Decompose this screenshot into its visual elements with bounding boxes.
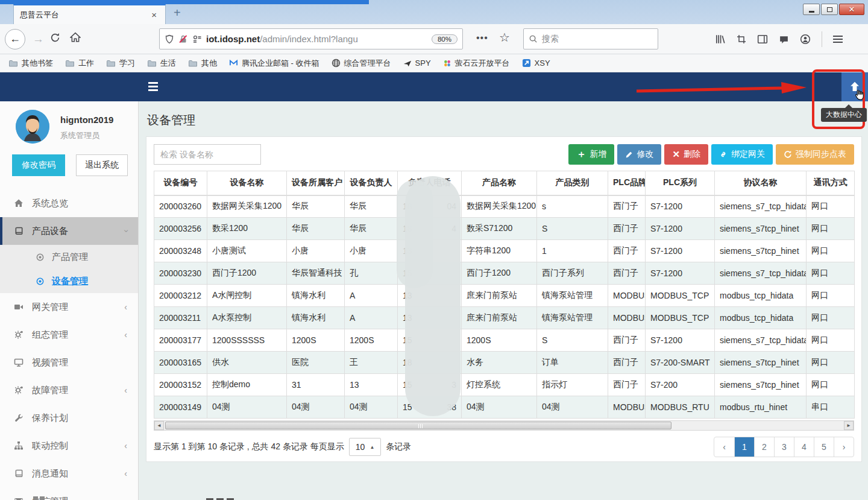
chevron-left-icon: ‹: [124, 330, 127, 340]
table-row[interactable]: 200003230西门子1200华辰智通科技孔 15 西门子1200西门子系列西…: [154, 262, 855, 285]
back-button[interactable]: ←: [5, 29, 25, 49]
bookmark-item[interactable]: 萤石云开放平台: [443, 58, 510, 69]
hscroll-right-arrow[interactable]: ►: [844, 421, 854, 430]
tab-close-icon[interactable]: ×: [149, 10, 159, 20]
sidebar-menu: 系统总览产品设备‹产品管理设备管理网关管理‹组态管理‹视频管理故障管理‹保养计划…: [0, 189, 138, 500]
hscroll-thumb[interactable]: [165, 422, 671, 429]
library-icon[interactable]: [715, 34, 726, 45]
sidebar-subitem-设备管理[interactable]: 设备管理: [0, 269, 138, 293]
hscroll-left-arrow[interactable]: ◄: [154, 421, 164, 430]
table-row[interactable]: 200003212A水闸控制镇海水利A 13 庶来门前泵站镇海泵站管理MODBU…: [154, 285, 855, 307]
change-password-button[interactable]: 修改密码: [12, 154, 65, 176]
sidebar-item-联动控制[interactable]: 联动控制‹: [0, 432, 138, 460]
sidebar-subitem-产品管理[interactable]: 产品管理: [0, 245, 138, 269]
zoom-level-badge[interactable]: 80%: [432, 34, 458, 44]
bookmark-item[interactable]: 工作: [65, 58, 94, 69]
sidebar-item-组态管理[interactable]: 组态管理‹: [0, 321, 138, 349]
sidebar-item-保养计划[interactable]: 保养计划: [0, 404, 138, 432]
column-header[interactable]: 协议名称: [715, 171, 807, 195]
table-row[interactable]: 200003152控制demo3113 153 灯控系统指示灯西门子S7-200…: [154, 374, 855, 396]
reload-button[interactable]: [50, 33, 60, 46]
绑定网关-button[interactable]: 绑定网关: [711, 144, 773, 165]
column-header[interactable]: 设备所属客户: [287, 171, 345, 195]
avatar[interactable]: [16, 110, 49, 144]
chevron-down-icon: ‹: [121, 230, 131, 233]
sidebar-item-视频管理[interactable]: 视频管理: [0, 349, 138, 376]
page-prev[interactable]: ‹: [714, 437, 734, 457]
screenshot-icon[interactable]: [737, 34, 746, 44]
page-3[interactable]: 3: [774, 437, 794, 457]
page-4[interactable]: 4: [794, 437, 814, 457]
sidebar-item-产品设备[interactable]: 产品设备‹: [0, 217, 138, 245]
sidebar-item-消息通知[interactable]: 消息通知‹: [0, 460, 138, 487]
sidebar-toggle-icon[interactable]: [148, 82, 158, 91]
table-row[interactable]: 200003211A水泵控制镇海水利A 13 庶来门前泵站镇海泵站管理MODBU…: [154, 307, 855, 329]
tab-title: 思普云平台: [20, 10, 149, 21]
bookmark-item[interactable]: SPY: [403, 59, 431, 68]
column-header[interactable]: 设备编号: [154, 171, 207, 195]
sidebar-item-短信管理[interactable]: 短信管理: [0, 487, 138, 500]
shield-icon[interactable]: [165, 34, 174, 44]
window-close-button[interactable]: ✕: [839, 4, 864, 15]
table-row[interactable]: 200003248小唐测试小唐小唐 13 字符串12001西门子S7-1200 …: [154, 240, 855, 262]
permissions-icon[interactable]: [192, 34, 202, 44]
reload-icon: [50, 33, 60, 43]
column-header[interactable]: 设备名称: [207, 171, 287, 195]
menu-icon[interactable]: [833, 36, 843, 43]
table-header-row: 设备编号设备名称设备所属客户设备负责人负责人电话产品名称产品类别PLC品牌PLC…: [154, 171, 855, 195]
column-header[interactable]: PLC系列: [646, 171, 715, 195]
window-restore-button[interactable]: [821, 4, 838, 15]
page-size-select[interactable]: 10 ▲: [349, 438, 382, 456]
page-actions-icon[interactable]: •••: [476, 33, 488, 43]
page-next[interactable]: ›: [834, 437, 854, 457]
bookmark-item[interactable]: 其他书签: [8, 58, 53, 69]
table-row[interactable]: 200003256数采1200华辰华辰 184 数采S71200S西门子S7-1…: [154, 218, 855, 240]
logout-button[interactable]: 退出系统: [76, 154, 128, 176]
chevron-left-icon: ‹: [124, 441, 127, 451]
sidebar-item-网关管理[interactable]: 网关管理‹: [0, 293, 138, 321]
sidebars-icon[interactable]: [757, 34, 768, 45]
insecure-lock-icon[interactable]: [178, 34, 188, 44]
bookmark-item[interactable]: 学习: [106, 58, 135, 69]
column-header[interactable]: 产品类别: [537, 171, 608, 195]
chat-bubble-icon[interactable]: [779, 34, 789, 45]
sidebar-item-故障管理[interactable]: 故障管理‹: [0, 376, 138, 404]
删除-button[interactable]: ✕删除: [664, 144, 708, 165]
new-tab-button[interactable]: +: [174, 6, 181, 20]
bookmark-item[interactable]: XSY: [522, 59, 550, 68]
table-row[interactable]: 200003260数据网关采集1200华辰华辰 1804 数据网关采集1200s…: [154, 195, 855, 218]
page-5[interactable]: 5: [814, 437, 834, 457]
table-row[interactable]: 20000314904测04测04测 1538 04测04测MODBUSMODB…: [154, 396, 855, 419]
plus-icon: ＋: [576, 148, 586, 161]
bookmark-star-icon[interactable]: ☆: [499, 30, 510, 45]
column-header[interactable]: 产品名称: [462, 171, 537, 195]
新增-button[interactable]: ＋新增: [568, 144, 614, 165]
forward-button[interactable]: →: [33, 33, 44, 46]
home-button[interactable]: [70, 32, 81, 46]
column-header[interactable]: 通讯方式: [807, 171, 855, 195]
browser-tab[interactable]: 思普云平台 ×: [13, 4, 166, 24]
url-bar[interactable]: iot.idosp.net/admin/index.html?langu 80%: [159, 28, 463, 49]
column-header[interactable]: PLC品牌: [608, 171, 646, 195]
toolbar-separator: [822, 31, 822, 47]
page-1[interactable]: 1: [734, 437, 754, 457]
sidebar-item-系统总览[interactable]: 系统总览: [0, 189, 138, 217]
bookmark-item[interactable]: 其他: [188, 58, 217, 69]
bookmark-item[interactable]: 腾讯企业邮箱 - 收件箱: [229, 58, 319, 69]
table-hscrollbar[interactable]: ◄ ►: [154, 420, 854, 431]
device-search-input[interactable]: [154, 144, 261, 165]
强制同步点表-button[interactable]: 强制同步点表: [776, 144, 854, 165]
browser-search-bar[interactable]: 搜索: [523, 28, 658, 49]
bookmark-item[interactable]: 综合管理平台: [332, 58, 391, 69]
account-icon[interactable]: [800, 34, 811, 45]
table-row[interactable]: 200003165供水医院王 18 水务订单西门子S7-200-SMART si…: [154, 352, 855, 374]
column-header[interactable]: 设备负责人: [345, 171, 398, 195]
修改-button[interactable]: 修改: [617, 144, 661, 165]
bookmarks-bar: 其他书签工作学习生活其他腾讯企业邮箱 - 收件箱综合管理平台SPY萤石云开放平台…: [0, 54, 868, 72]
folder-icon: [65, 59, 75, 68]
window-minimize-button[interactable]: [803, 4, 820, 15]
table-row[interactable]: 2000031771200SSSSSS1200S1200S 15 1200SS西…: [154, 329, 855, 352]
bookmark-item[interactable]: 生活: [147, 58, 176, 69]
page-2[interactable]: 2: [754, 437, 774, 457]
dot-icon: [35, 277, 45, 286]
